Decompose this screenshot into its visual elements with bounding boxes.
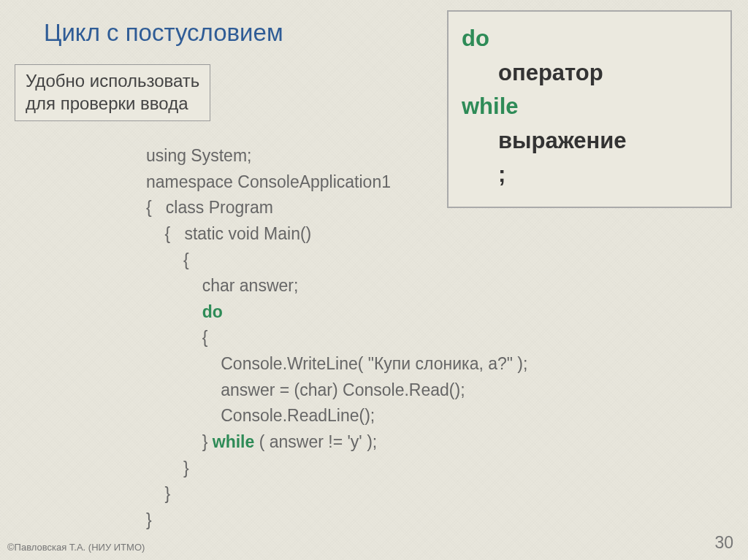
code-line-14: } bbox=[146, 484, 170, 503]
code-line-10: answer = (char) Console.Read(); bbox=[146, 380, 465, 399]
code-line-15: } bbox=[146, 510, 152, 529]
code-while-keyword: while bbox=[213, 432, 255, 451]
slide-title: Цикл с постусловием bbox=[44, 19, 283, 47]
code-line-6: char answer; bbox=[146, 276, 298, 295]
syntax-while-keyword: while bbox=[462, 93, 519, 119]
footer-page-number: 30 bbox=[714, 533, 733, 553]
code-example: using System; namespace ConsoleApplicati… bbox=[146, 143, 527, 534]
code-line-12-post: ( answer != 'y' ); bbox=[254, 432, 377, 451]
code-line-1: using System; bbox=[146, 146, 251, 165]
info-callout: Удобно использовать для проверки ввода bbox=[15, 64, 210, 121]
code-line-13: } bbox=[146, 459, 189, 477]
footer-copyright: ©Павловская Т.А. (НИУ ИТМО) bbox=[7, 542, 145, 553]
syntax-do-keyword: do bbox=[462, 26, 489, 51]
code-line-5: { bbox=[146, 250, 189, 269]
info-line-2: для проверки ввода bbox=[26, 92, 199, 115]
code-line-7-pre bbox=[146, 302, 202, 321]
code-line-8: { bbox=[146, 328, 207, 347]
code-line-11: Console.ReadLine(); bbox=[146, 406, 375, 425]
code-line-12-pre: } bbox=[146, 432, 213, 451]
code-do-keyword: do bbox=[202, 302, 223, 321]
code-line-2: namespace ConsoleApplication1 bbox=[146, 172, 391, 191]
code-line-3: { class Program bbox=[146, 198, 273, 217]
info-line-1: Удобно использовать bbox=[26, 69, 199, 92]
syntax-operator: оператор bbox=[498, 60, 603, 85]
code-line-4: { static void Main() bbox=[146, 224, 311, 243]
code-line-9: Console.WriteLine( "Купи слоника, а?" ); bbox=[146, 354, 527, 373]
